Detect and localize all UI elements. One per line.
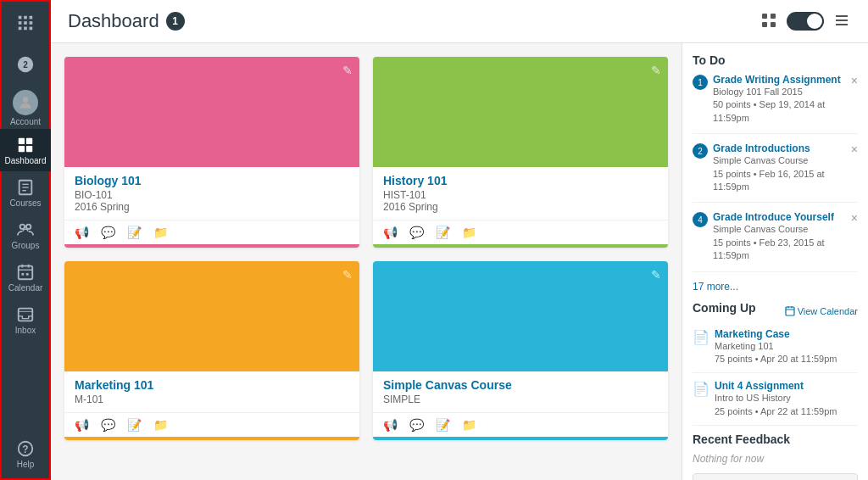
course-name[interactable]: Marketing 101 [75,378,349,392]
sidebar-item-courses[interactable]: Courses [0,171,51,214]
grid-view-button[interactable] [760,11,778,32]
toggle-thumb [807,14,822,29]
svg-rect-6 [19,27,22,31]
assignments-icon[interactable]: 📝 [127,226,142,239]
sidebar-item-calendar[interactable]: Calendar [0,256,51,299]
coming-up-list: 📄 Marketing Case Marketing 10175 points … [693,328,858,427]
sidebar-item-help[interactable]: ? Help [0,433,51,475]
svg-rect-5 [30,21,33,25]
course-edit-icon[interactable]: ✎ [342,268,353,282]
discussions-icon[interactable]: 💬 [409,418,424,432]
course-edit-icon[interactable]: ✎ [651,268,661,282]
announcements-icon[interactable]: 📢 [75,418,89,432]
todo-detail: 15 points • Feb 23, 2015 at 11:59pm [713,237,846,263]
course-card-footer: 📢 💬 📝 📁 [373,220,668,244]
assignments-icon[interactable]: 📝 [436,226,450,239]
files-icon[interactable]: 📁 [462,418,476,432]
files-icon[interactable]: 📁 [462,226,476,239]
assignments-icon[interactable]: 📝 [127,418,142,432]
svg-rect-22 [19,265,33,279]
groups-icon [16,220,35,239]
files-icon[interactable]: 📁 [153,226,168,239]
svg-rect-15 [26,145,32,151]
recent-feedback-title: Recent Feedback [693,433,858,446]
discussions-icon[interactable]: 💬 [101,226,115,239]
more-todo-link[interactable]: 17 more... [693,281,858,293]
header-controls [760,11,851,32]
sidebar-top: 2 Account Dashboard [2,2,49,341]
todo-number: 1 [693,75,708,90]
todo-title[interactable]: Grade Introductions [713,142,846,154]
svg-rect-35 [771,22,776,27]
view-calendar-link[interactable]: View Calendar [785,306,858,316]
svg-rect-14 [19,145,25,151]
help-icon: ? [16,439,35,458]
course-card[interactable]: ✎ Biology 101 BIO-101 2016 Spring 📢 💬 📝 … [64,57,359,248]
course-name[interactable]: History 101 [383,174,658,187]
coming-item-icon: 📄 [693,329,709,366]
todo-title[interactable]: Grade Writing Assignment [713,74,846,86]
course-edit-icon[interactable]: ✎ [342,64,353,77]
coming-item-title[interactable]: Marketing Case [715,328,858,340]
discussions-icon[interactable]: 💬 [409,226,424,239]
header-title-area: Dashboard 1 [68,10,185,32]
no-feedback-text: Nothing for now [693,453,858,465]
todo-section-title: To Do [693,53,858,67]
sidebar-item-notifications[interactable]: 2 [0,44,51,87]
announcements-icon[interactable]: 📢 [383,226,398,239]
files-icon[interactable]: 📁 [153,418,168,432]
view-toggle[interactable] [787,12,824,31]
sidebar-dashboard-label: Dashboard [5,156,47,165]
list-view-button[interactable] [832,11,851,32]
announcements-icon[interactable]: 📢 [75,226,89,239]
course-card[interactable]: ✎ Marketing 101 M-101 📢 💬 📝 📁 [64,261,359,440]
announcements-icon[interactable]: 📢 [383,418,398,432]
todo-close-button[interactable]: × [851,211,858,225]
course-card[interactable]: ✎ Simple Canvas Course SIMPLE 📢 💬 📝 📁 [373,261,668,440]
todo-item: 2 Grade Introductions Simple Canvas Cour… [693,142,858,203]
svg-point-20 [20,224,25,229]
discussions-icon[interactable]: 💬 [101,418,115,432]
sidebar-item-dashboard[interactable]: Dashboard [0,129,51,171]
todo-item: 4 Grade Introduce Yourself Simple Canvas… [693,211,858,271]
sidebar-item-account[interactable]: Account [0,87,51,129]
course-card-footer: 📢 💬 📝 📁 [64,412,359,437]
grid-icon [16,14,35,32]
sidebar-item-groups[interactable]: Groups [0,214,51,256]
todo-detail: 15 points • Feb 16, 2015 at 11:59pm [713,168,846,194]
svg-rect-39 [786,307,794,315]
coming-up-title: Coming Up [693,301,756,315]
todo-item: 1 Grade Writing Assignment Biology 101 F… [693,74,858,134]
todo-close-button[interactable]: × [851,142,858,156]
view-calendar-label: View Calendar [798,306,858,316]
course-term: 2016 Spring [75,201,349,213]
assignments-icon[interactable]: 📝 [436,418,450,432]
calendar-small-icon [785,306,795,316]
course-card-footer: 📢 💬 📝 📁 [64,220,359,244]
course-card[interactable]: ✎ History 101 HIST-101 2016 Spring 📢 💬 📝… [373,57,668,248]
course-edit-icon[interactable]: ✎ [651,64,661,77]
course-name[interactable]: Biology 101 [75,174,349,187]
todo-content: Grade Introduce Yourself Simple Canvas C… [713,211,846,262]
coming-item-detail: 75 points • Apr 20 at 11:59pm [715,353,858,366]
todo-title[interactable]: Grade Introduce Yourself [713,211,846,223]
course-card-bottom-bar [64,437,359,440]
coming-item-detail: 25 points • Apr 22 at 11:59pm [715,405,858,418]
svg-rect-27 [26,272,29,275]
course-grid-area: ✎ Biology 101 BIO-101 2016 Spring 📢 💬 📝 … [51,43,682,480]
start-new-course-button[interactable]: Start a New Course [693,473,858,480]
coming-item-title[interactable]: Unit 4 Assignment [715,380,858,392]
sidebar-item-inbox[interactable]: Inbox [0,299,51,341]
course-card-bottom-bar [64,244,359,248]
todo-close-button[interactable]: × [851,74,858,87]
svg-rect-2 [30,16,33,20]
course-name[interactable]: Simple Canvas Course [383,378,658,392]
course-card-image: ✎ [373,57,668,167]
sidebar-item-logo[interactable] [0,2,51,44]
sidebar-courses-label: Courses [9,198,41,208]
svg-rect-13 [26,137,32,143]
header: Dashboard 1 [51,0,868,43]
sidebar-account-label: Account [10,117,41,126]
coming-item-content: Unit 4 Assignment Intro to US History25 … [715,380,858,418]
avatar [13,90,38,115]
